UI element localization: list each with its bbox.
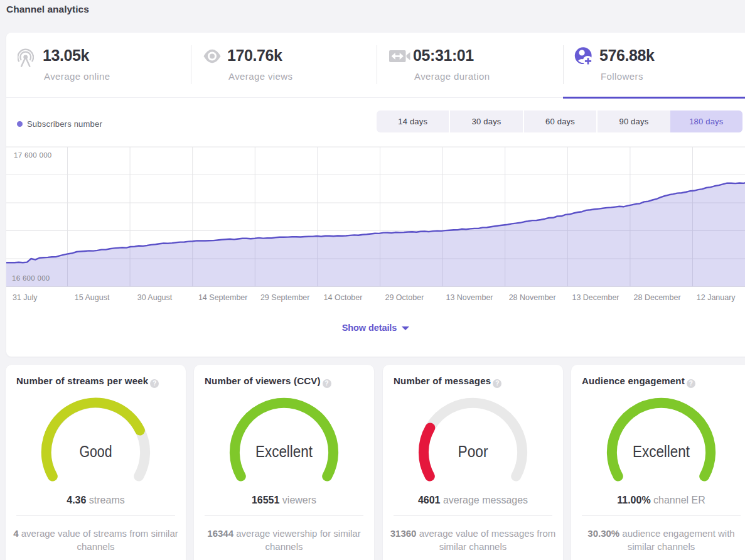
svg-text:29 October: 29 October: [385, 293, 424, 302]
svg-text:Excellent: Excellent: [633, 442, 690, 461]
svg-text:29 September: 29 September: [260, 293, 310, 302]
svg-text:13 November: 13 November: [446, 293, 493, 302]
svg-text:Good: Good: [80, 442, 112, 461]
svg-text:13 December: 13 December: [572, 293, 619, 302]
svg-text:15 August: 15 August: [75, 293, 110, 302]
svg-text:16 600 000: 16 600 000: [12, 274, 50, 282]
svg-text:Poor: Poor: [458, 442, 488, 461]
svg-text:17 600 000: 17 600 000: [14, 151, 52, 159]
svg-text:28 December: 28 December: [634, 293, 681, 302]
svg-text:14 September: 14 September: [198, 293, 248, 302]
svg-text:28 November: 28 November: [509, 293, 556, 302]
svg-text:Excellent: Excellent: [255, 442, 313, 461]
svg-text:14 October: 14 October: [324, 293, 363, 302]
svg-text:12 January: 12 January: [697, 293, 736, 302]
svg-text:31 July: 31 July: [13, 293, 38, 302]
svg-text:30 August: 30 August: [137, 293, 173, 302]
